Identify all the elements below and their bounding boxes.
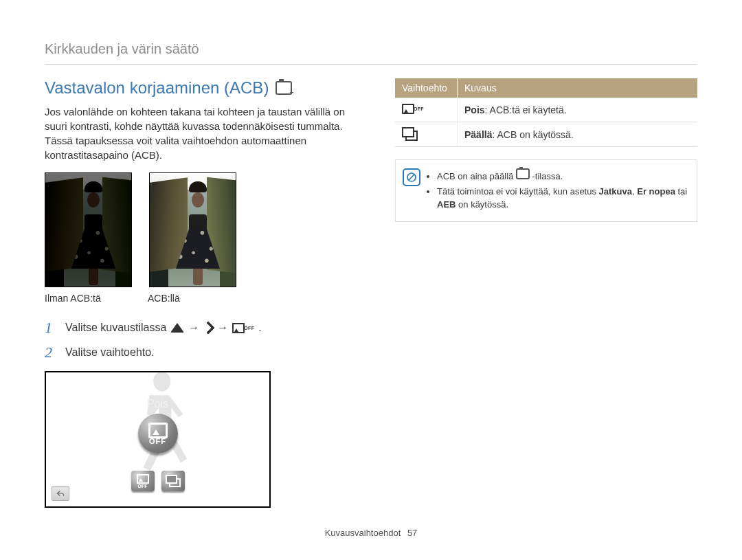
photo-with-acb bbox=[149, 172, 236, 287]
lcd-selected-off-icon: OFF bbox=[138, 414, 178, 453]
step-number: 2 bbox=[45, 344, 60, 361]
step-1-text: Valitse kuvaustilassa → → OFF . bbox=[65, 322, 262, 334]
step-2-text: Valitse vaihtoehto. bbox=[65, 346, 155, 359]
note-bold: AEB bbox=[437, 199, 456, 210]
acb-off-icon: OFF bbox=[232, 323, 254, 333]
camera-lcd-mock: Pois OFF OFF bbox=[45, 371, 271, 508]
breadcrumb: Kirkkauden ja värin säätö bbox=[45, 41, 697, 65]
off-text: OFF bbox=[138, 484, 148, 489]
step-2: 2 Valitse vaihtoehto. bbox=[45, 344, 368, 361]
note-bold: Jatkuva bbox=[599, 186, 632, 197]
arrow-icon: → bbox=[217, 322, 228, 334]
step-list: 1 Valitse kuvaustilassa → → OFF . 2 bbox=[45, 319, 368, 361]
note-item-1: ACB on aina päällä -tilassa. bbox=[437, 168, 688, 183]
right-column: Vaihtoehto Kuvaus OFF Pois: ACB:tä ei kä… bbox=[395, 78, 697, 508]
photo-captions: Ilman ACB:tä ACB:llä bbox=[45, 293, 368, 304]
lcd-option-label: Pois bbox=[147, 398, 168, 410]
opt-desc: : ACB on käytössä. bbox=[492, 129, 573, 140]
step-1-prefix: Valitse kuvaustilassa bbox=[65, 322, 166, 334]
lcd-thumb-on-icon bbox=[161, 471, 185, 491]
two-column-layout: Vastavalon korjaaminen (ACB) + Jos valon… bbox=[45, 78, 697, 508]
step-1: 1 Valitse kuvaustilassa → → OFF . bbox=[45, 319, 368, 337]
acb-on-icon bbox=[402, 131, 450, 141]
table-row: OFF Pois: ACB:tä ei käytetä. bbox=[395, 98, 697, 122]
note-text: tai bbox=[675, 186, 687, 197]
lcd-thumb-off-icon: OFF bbox=[131, 471, 155, 491]
title-text: Vastavalon korjaaminen (ACB) bbox=[45, 78, 269, 98]
acb-off-icon: OFF bbox=[402, 104, 424, 114]
note-text: Tätä toimintoa ei voi käyttää, kun asetu… bbox=[437, 186, 599, 197]
th-desc: Kuvaus bbox=[458, 78, 698, 98]
options-table: Vaihtoehto Kuvaus OFF Pois: ACB:tä ei kä… bbox=[395, 78, 697, 147]
step-1-suffix: . bbox=[258, 322, 261, 334]
note-text: ACB on aina päällä bbox=[437, 171, 516, 181]
lcd-back-button-icon bbox=[52, 486, 69, 501]
arrow-icon: → bbox=[188, 322, 199, 334]
footer-section: Kuvausvaihtoehdot bbox=[325, 528, 401, 538]
opt-desc: : ACB:tä ei käytetä. bbox=[485, 104, 567, 115]
opt-name: Pois bbox=[464, 104, 485, 115]
caption-with-acb: ACB:llä bbox=[148, 293, 234, 304]
page-title: Vastavalon korjaaminen (ACB) + bbox=[45, 78, 368, 98]
note-text: -tilassa. bbox=[530, 171, 563, 181]
cell-on-icon bbox=[395, 122, 458, 147]
svg-line-1 bbox=[409, 175, 414, 180]
cell-on-desc: Päällä: ACB on käytössä. bbox=[458, 122, 698, 147]
photo-without-acb bbox=[45, 172, 132, 287]
step-number: 1 bbox=[45, 319, 60, 337]
note-bold: Er nopea bbox=[637, 186, 675, 197]
menu-up-icon bbox=[170, 323, 184, 333]
mode-camera-plus-icon: + bbox=[276, 81, 292, 95]
page-footer: Kuvausvaihtoehdot 57 bbox=[0, 528, 742, 538]
intro-text: Jos valonlähde on kohteen takana tai koh… bbox=[45, 104, 368, 162]
note-item-2: Tätä toimintoa ei voi käyttää, kun asetu… bbox=[437, 185, 688, 212]
left-column: Vastavalon korjaaminen (ACB) + Jos valon… bbox=[45, 78, 368, 508]
th-option: Vaihtoehto bbox=[395, 78, 458, 98]
caption-without-acb: Ilman ACB:tä bbox=[45, 293, 131, 304]
chevron-right-icon bbox=[201, 321, 215, 335]
mode-camera-icon bbox=[516, 168, 530, 179]
footer-page-number: 57 bbox=[407, 528, 417, 538]
note-text: on käytössä. bbox=[456, 199, 508, 210]
lcd-option-thumbs: OFF bbox=[131, 471, 185, 491]
table-row: Päällä: ACB on käytössä. bbox=[395, 122, 697, 147]
manual-page: Kirkkauden ja värin säätö Vastavalon kor… bbox=[0, 0, 742, 560]
cell-off-icon: OFF bbox=[395, 98, 458, 122]
cell-off-desc: Pois: ACB:tä ei käytetä. bbox=[458, 98, 698, 122]
note-box: ACB on aina päällä -tilassa. Tätä toimin… bbox=[395, 159, 697, 222]
opt-name: Päällä bbox=[464, 129, 492, 140]
example-photos bbox=[45, 172, 368, 287]
note-icon bbox=[403, 168, 420, 186]
